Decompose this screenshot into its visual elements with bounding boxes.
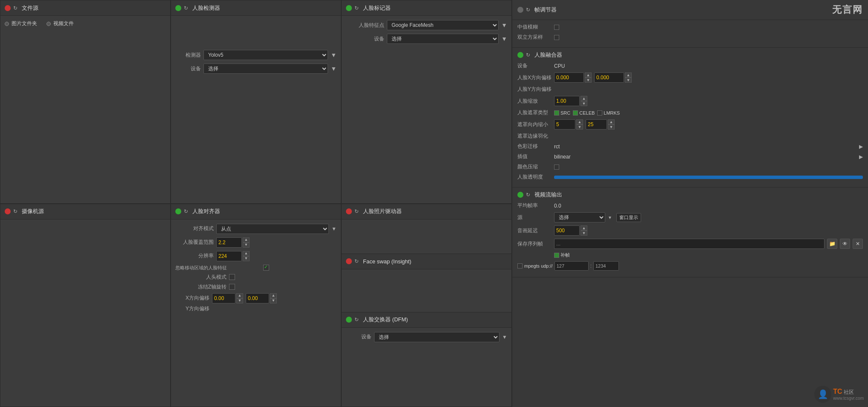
interpolation-row: 插值 bilinear ▶ xyxy=(517,153,863,160)
face-opacity-row: 人脸透明度 xyxy=(517,173,863,181)
face-photo-driver-refresh-icon[interactable]: ↻ xyxy=(354,208,360,214)
mask-lmrks-checkbox[interactable] xyxy=(597,110,602,115)
face-cover-row: 人脸覆盖范围 ▲ ▼ xyxy=(175,237,337,248)
face-cover-down[interactable]: ▼ xyxy=(243,242,250,248)
blur-input[interactable] xyxy=(586,119,607,130)
mask-src-checkbox[interactable] xyxy=(554,110,559,115)
median-checkbox[interactable] xyxy=(554,25,559,30)
save-frames-close-btn[interactable]: ✕ xyxy=(853,239,863,249)
face-marker-body: 人脸特征点 Google FaceMesh ▼ 设备 选择 ▼ xyxy=(342,16,511,52)
detector-device-select[interactable]: 选择 xyxy=(203,64,328,74)
resolution-up[interactable]: ▲ xyxy=(243,251,250,256)
video-file-option[interactable]: 视频文件 xyxy=(46,20,74,27)
erosion-input[interactable] xyxy=(554,119,575,130)
save-frames-input[interactable] xyxy=(554,239,824,249)
detector-device-row: 设备 选择 ▼ xyxy=(175,64,337,74)
mpegts-address-input[interactable] xyxy=(554,261,589,271)
erosion-spin-group: ▲ ▼ xyxy=(576,119,583,130)
merger-device-row: 设备 CPU xyxy=(517,62,863,69)
face-exchanger-title: 人脸交换器 (DFM) xyxy=(363,316,408,323)
audio-delay-spin-up[interactable]: ▲ xyxy=(581,225,587,231)
detector-select[interactable]: Yolov5 xyxy=(203,50,328,60)
face-marker-refresh-icon[interactable]: ↻ xyxy=(354,5,360,11)
dual-matrix-checkbox[interactable] xyxy=(554,35,559,40)
face-x-offset-input1[interactable] xyxy=(554,72,584,83)
image-folder-option[interactable]: 图片文件夹 xyxy=(5,20,37,27)
mask-celeb-checkbox[interactable] xyxy=(573,110,578,115)
feature-select[interactable]: Google FaceMesh xyxy=(387,20,499,30)
face-x2-spin-down[interactable]: ▼ xyxy=(625,78,632,83)
face-x2-spin-up[interactable]: ▲ xyxy=(625,72,632,78)
blur-spin-up[interactable]: ▲ xyxy=(608,119,615,124)
median-label: 中值模糊 xyxy=(517,23,552,31)
face-aligner-refresh-icon[interactable]: ↻ xyxy=(184,208,190,214)
align-mode-select[interactable]: 从点 xyxy=(216,224,329,234)
stream-output-refresh-icon[interactable]: ↻ xyxy=(526,192,532,198)
watermark-text-container: TC 社区 www.tcsgvr.com xyxy=(833,388,864,401)
watermark-site: 社区 xyxy=(844,389,854,395)
save-frames-eye-btn[interactable]: 👁 xyxy=(840,239,850,249)
file-source-title: 文件源 xyxy=(22,4,38,12)
supplement-row: 补帧 xyxy=(517,252,863,258)
supplement-checkbox[interactable] xyxy=(554,253,559,258)
face-scale-spin-down[interactable]: ▼ xyxy=(581,101,587,106)
audio-delay-spin-down[interactable]: ▼ xyxy=(581,231,587,236)
mpegts-port-input[interactable] xyxy=(593,261,619,271)
face-swap-refresh-icon[interactable]: ↻ xyxy=(354,258,360,264)
face-merger-refresh-icon[interactable]: ↻ xyxy=(526,52,532,58)
resolution-input[interactable] xyxy=(216,251,242,261)
video-file-radio[interactable] xyxy=(46,22,51,26)
x-offset2-down[interactable]: ▼ xyxy=(270,298,277,303)
face-detector-refresh-icon[interactable]: ↻ xyxy=(184,5,190,11)
color-compress-checkbox[interactable] xyxy=(554,165,559,170)
x-offset2-up[interactable]: ▲ xyxy=(270,293,277,298)
blur-spin-down[interactable]: ▼ xyxy=(608,124,615,130)
mask-src-option[interactable]: SRC xyxy=(554,110,570,115)
face-opacity-slider[interactable] xyxy=(554,176,863,179)
face-photo-driver-section: ↻ 人脸照片驱动器 xyxy=(342,204,511,254)
face-cover-spin-group: ▲ ▼ xyxy=(243,237,250,248)
face-cover-input[interactable] xyxy=(216,237,242,248)
face-aligner-status-dot xyxy=(175,208,181,214)
image-folder-radio[interactable] xyxy=(5,22,9,26)
adjuster-refresh-icon[interactable]: ↻ xyxy=(526,7,532,13)
erosion-spin-down[interactable]: ▼ xyxy=(576,124,583,130)
x-offset1-up[interactable]: ▲ xyxy=(236,293,243,298)
face-x-spin-up[interactable]: ▲ xyxy=(585,72,592,78)
save-frames-folder-btn[interactable]: 📁 xyxy=(827,239,837,249)
window-display-btn[interactable]: 窗口显示 xyxy=(616,213,641,222)
x-offset-input1[interactable] xyxy=(212,293,235,303)
x-offset1-down[interactable]: ▼ xyxy=(236,298,243,303)
face-scale-spin-up[interactable]: ▲ xyxy=(581,96,587,101)
face-exchanger-refresh-icon[interactable]: ↻ xyxy=(354,317,360,323)
head-mode-checkbox[interactable] xyxy=(229,274,235,280)
image-folder-label: 图片文件夹 xyxy=(12,20,37,27)
ignore-label: 忽略移动区域的人脸特征 xyxy=(175,265,261,271)
camera-refresh-icon[interactable]: ↻ xyxy=(13,208,19,214)
file-source-refresh-icon[interactable]: ↻ xyxy=(13,5,19,11)
supplement-option[interactable]: 补帧 xyxy=(554,252,570,258)
marker-device-select[interactable]: 选择 xyxy=(387,34,499,44)
mask-lmrks-option[interactable]: LMRKS xyxy=(597,110,620,115)
audio-delay-input[interactable] xyxy=(554,225,580,236)
x-offset-input2[interactable] xyxy=(246,293,269,303)
face-scale-input[interactable] xyxy=(554,96,580,106)
freeze-checkbox[interactable] xyxy=(229,284,235,290)
mpegts-checkbox[interactable] xyxy=(517,263,523,268)
ignore-checkbox[interactable] xyxy=(263,265,269,271)
file-source-body: 图片文件夹 视频文件 xyxy=(0,16,170,35)
face-x-spin-down[interactable]: ▼ xyxy=(585,78,592,83)
brand-text: 无言网 xyxy=(832,3,863,16)
face-x-offset-input2[interactable] xyxy=(594,72,624,83)
mask-celeb-option[interactable]: CELEB xyxy=(573,110,595,115)
exchanger-device-select[interactable]: 选择 xyxy=(374,332,499,342)
face-cover-up[interactable]: ▲ xyxy=(243,237,250,242)
erosion-spin-up[interactable]: ▲ xyxy=(576,119,583,124)
blur-input-group: ▲ ▼ xyxy=(586,119,615,130)
panel-face-marker: ↻ 人脸标记器 人脸特征点 Google FaceMesh ▼ 设备 选择 ▼ xyxy=(341,0,512,204)
resolution-spin-group: ▲ ▼ xyxy=(243,251,250,261)
color-transfer-row: 色彩迁移 rct ▶ xyxy=(517,143,863,150)
resolution-down[interactable]: ▼ xyxy=(243,256,250,261)
source-select[interactable]: 选择 xyxy=(554,212,605,222)
face-swap-section: ↻ Face swap (Insight) xyxy=(342,254,511,312)
